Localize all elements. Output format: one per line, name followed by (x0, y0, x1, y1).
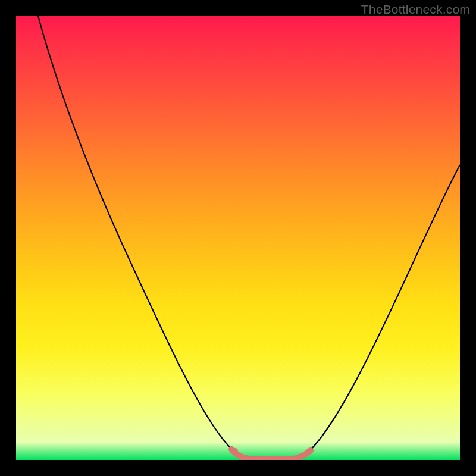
plot-area (16, 16, 460, 460)
watermark-text: TheBottleneck.com (361, 2, 470, 17)
chart-frame: TheBottleneck.com (0, 0, 476, 476)
highlight-dot (232, 448, 238, 454)
bottleneck-curve (38, 16, 460, 460)
highlight-dot (306, 449, 312, 455)
bottleneck-curve-svg (16, 16, 460, 460)
